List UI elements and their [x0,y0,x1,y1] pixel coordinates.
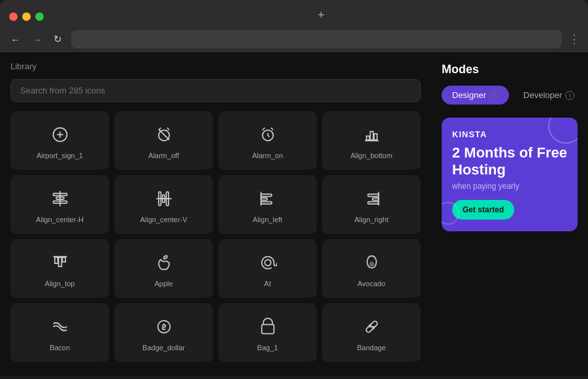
icon-card-align_bottom[interactable]: Align_bottom [322,111,421,170]
left-panel: Library Airport_sign_1Alarm_offAlarm_onA… [0,52,431,376]
maximize-button[interactable] [35,12,44,21]
align_left-label: Align_left [253,216,282,223]
at-label: At [264,280,270,288]
window-buttons [9,12,44,21]
align_right-label: Align_right [355,216,389,223]
svg-line-6 [167,128,169,131]
new-tab-button[interactable]: + [318,8,325,22]
svg-point-35 [370,262,374,266]
ad-banner: KINSTA 2 Months of Free Hosting when pay… [442,118,578,231]
bacon-label: Bacon [50,344,70,352]
svg-rect-28 [368,202,378,205]
icon-card-apple[interactable]: Apple [114,239,213,298]
developer-info-icon: i [565,91,574,100]
svg-rect-30 [54,257,57,263]
svg-point-34 [265,259,270,265]
developer-mode-button[interactable]: Developer i [513,86,585,105]
icon-card-align_center_v[interactable]: Align_center-V [114,175,213,234]
align_top-label: Align_top [45,280,75,288]
badge_dollar-label: Badge_dollar [142,344,185,352]
alarm_on-icon [259,125,277,146]
avocado-label: Avocado [357,280,385,288]
right-panel: Modes Designer i Developer i KINSTA 2 Mo… [431,52,588,376]
icon-card-align_center_h[interactable]: Align_center-H [10,175,109,234]
align_center_v-label: Align_center-V [140,216,187,223]
badge_dollar-icon [155,318,173,338]
back-button[interactable]: ← [8,33,23,46]
align_right-icon [363,190,381,210]
alarm_off-label: Alarm_off [148,152,179,159]
icon-card-avocado[interactable]: Avocado [322,239,421,298]
ad-headline: 2 Months of Free Hosting [452,144,567,179]
ad-subtext: when paying yearly [452,182,567,191]
svg-rect-32 [62,257,65,262]
icons-grid: Airport_sign_1Alarm_offAlarm_onAlign_bot… [10,111,421,362]
svg-line-9 [270,128,273,131]
at-icon [259,254,277,274]
close-button[interactable] [9,12,18,21]
airport_sign_1-label: Airport_sign_1 [37,152,83,159]
svg-rect-10 [366,136,369,140]
align_center_h-label: Align_center-H [36,216,84,223]
svg-rect-37 [261,325,274,334]
svg-rect-24 [261,202,271,205]
nav-bar: ← → ↻ ⋮ [0,26,588,52]
alarm_on-label: Alarm_on [252,152,283,159]
svg-point-40 [372,327,374,329]
align_bottom-icon [363,125,381,146]
modes-title: Modes [442,63,578,76]
designer-mode-button[interactable]: Designer i [442,86,509,105]
designer-label: Designer [452,90,486,100]
browser-chrome: + ← → ↻ ⋮ [0,0,588,52]
ad-decoration-circle-1 [548,118,578,144]
svg-rect-23 [261,198,267,201]
search-input[interactable] [10,79,421,102]
align_top-icon [51,254,69,274]
icon-card-alarm_off[interactable]: Alarm_off [114,111,213,170]
icon-card-at[interactable]: At [218,239,317,298]
bacon-icon [51,318,69,338]
align_center_v-icon [155,190,173,210]
icon-card-bacon[interactable]: Bacon [10,303,109,362]
icon-card-align_right[interactable]: Align_right [322,175,421,234]
icon-card-bag_1[interactable]: Bag_1 [218,303,317,362]
svg-line-5 [158,128,161,131]
align_bottom-label: Align_bottom [350,152,392,159]
ad-cta-button[interactable]: Get started [452,200,514,220]
library-label: Library [10,61,421,71]
svg-point-39 [369,325,370,326]
apple-label: Apple [154,280,172,288]
svg-rect-12 [374,134,377,140]
airport_sign_1-icon [51,125,69,146]
forward-button[interactable]: → [29,33,44,46]
address-input[interactable] [71,30,562,48]
bandage-label: Bandage [357,344,385,352]
tab-bar: + [44,8,579,25]
align_left-icon [259,190,277,210]
icon-card-align_top[interactable]: Align_top [10,239,109,298]
avocado-icon [363,254,381,274]
apple-icon [155,254,173,274]
icon-card-airport_sign_1[interactable]: Airport_sign_1 [10,111,109,170]
svg-rect-26 [368,194,378,197]
alarm_off-icon [155,125,173,146]
svg-rect-22 [261,194,271,197]
minimize-button[interactable] [22,12,31,21]
icon-card-badge_dollar[interactable]: Badge_dollar [114,303,213,362]
svg-rect-11 [370,131,373,140]
bandage-icon [363,318,381,338]
title-bar: + [0,0,588,26]
bag_1-label: Bag_1 [257,344,278,352]
bag_1-icon [259,318,277,338]
align_center_h-icon [51,190,69,210]
icon-card-align_left[interactable]: Align_left [218,175,317,234]
svg-rect-31 [58,257,61,267]
icon-card-alarm_on[interactable]: Alarm_on [218,111,317,170]
designer-info-icon: i [489,91,498,100]
icon-card-bandage[interactable]: Bandage [322,303,421,362]
more-options-button[interactable]: ⋮ [568,32,580,46]
reload-button[interactable]: ↻ [51,32,65,46]
svg-line-8 [262,128,265,131]
developer-label: Developer [523,90,562,100]
mode-buttons: Designer i Developer i [442,86,578,105]
